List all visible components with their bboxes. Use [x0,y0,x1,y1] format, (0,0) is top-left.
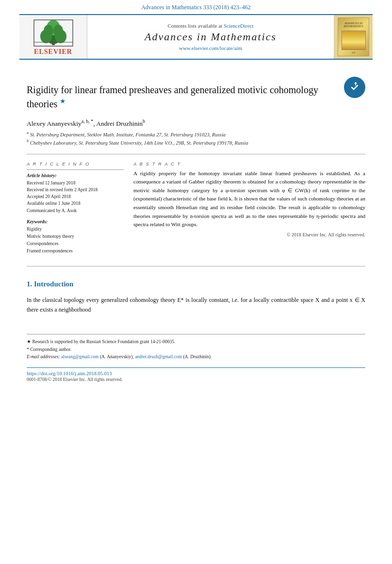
elsevier-tree-icon [32,19,75,47]
email-2[interactable]: andrei.druzh@gmail.com [135,354,182,359]
keyword-4: Framed correspondences [27,248,124,255]
authors-line: Alexey Ananyevskiya, b, *, Andrei Druzhi… [27,118,365,128]
keywords-label: Keywords: [27,219,124,224]
abstract-heading: A B S T R A C T [133,161,365,166]
footnote-1: ★ Research is supported by the Russian S… [27,338,365,346]
footnote-2: * Corresponding author. [27,346,365,353]
check-updates-icon [348,81,361,94]
abstract-text: A rigidity property for the homotopy inv… [133,169,365,229]
footnote2-text: Corresponding author. [30,347,71,352]
affil2-text: Chebyshev Laboratory, St. Petersburg Sta… [30,140,248,146]
keyword-3: Correspondences [27,240,124,248]
received-revised-date: Received in revised form 2 April 2018 [27,186,124,193]
intro-text: In the classical topology every generali… [27,295,365,315]
check-updates-badge[interactable] [344,77,365,98]
copyright-line: © 2018 Elsevier Inc. All rights reserved… [133,232,365,237]
star-marker: ★ [60,98,66,105]
journal-link-bar[interactable]: Advances in Mathematics 333 (2018) 423–4… [0,0,392,14]
email-label: E-mail addresses: [27,354,61,359]
communicated-by: Communicated by A. Asok [27,207,124,214]
check-updates-circle [344,77,365,98]
doi-bar: https://doi.org/10.1016/j.aim.2018.05.01… [27,367,365,382]
content-area: Rigidity for linear framed presheaves an… [0,60,392,324]
author2-name: , Andrei Druzhinin [93,119,143,127]
footnote1-marker: ★ [27,339,32,344]
cover-image: ADVANCES INMATHEMATICS 333 [338,17,369,56]
journal-link-text: Advances in Mathematics 333 (2018) 423–4… [141,4,251,11]
affil1-text: St. Petersburg Department, Steklov Math.… [30,132,226,137]
keyword-2: Motivic homotopy theory [27,233,124,240]
footnote-area: ★ Research is supported by the Russian S… [27,334,365,361]
rights-line: 0001-8708/© 2018 Elsevier Inc. All right… [27,377,365,382]
abstract-col: A B S T R A C T A rigidity property for … [133,161,365,255]
journal-title-header: Advances in Mathematics [145,31,277,43]
affil-1: a St. Petersburg Department, Steklov Mat… [27,130,365,138]
intro-heading: 1. Introduction [27,280,365,288]
keyword-1: Rigidity [27,226,124,233]
journal-header-center: Contents lists available at ScienceDirec… [87,15,334,59]
affil-2: b Chebyshev Laboratory, St. Petersburg S… [27,138,365,147]
introduction-section: 1. Introduction In the classical topolog… [27,280,365,315]
footnote1-text: Research is supported by the Russian Sci… [32,339,175,344]
journal-header: ELSEVIER Contents lists available at Sci… [19,14,373,60]
contents-available-text: Contents lists available at ScienceDirec… [167,23,253,29]
journal-cover: ADVANCES INMATHEMATICS 333 [334,15,373,59]
accepted-date: Accepted 20 April 2018 [27,193,124,200]
affil1-super: a [27,131,29,135]
two-col-section: A R T I C L E I N F O Article history: R… [27,161,365,255]
elsevier-label: ELSEVIER [34,48,72,56]
svg-point-6 [53,25,63,36]
history-label: Article history: [27,173,124,178]
affiliations: a St. Petersburg Department, Steklov Mat… [27,130,365,147]
section-divider [27,154,365,154]
footnote-emails: E-mail addresses: alseang@gmail.com (A. … [27,353,365,361]
email-1[interactable]: alseang@gmail.com [61,354,99,359]
svg-point-5 [44,25,53,36]
journal-url[interactable]: www.elsevier.com/locate/aim [179,45,242,51]
sciencedirect-link[interactable]: ScienceDirect [224,23,254,29]
elsevier-logo-section: ELSEVIER [19,15,87,59]
page: Advances in Mathematics 333 (2018) 423–4… [0,0,392,564]
available-date: Available online 1 June 2018 [27,200,124,207]
paper-title: Rigidity for linear framed presheaves an… [27,83,344,111]
author2-super: b [143,118,145,124]
author1-name: Alexey Ananyevskiy [27,119,82,127]
email-1-name: (A. Ananyevskiy), [100,354,135,359]
affil2-super: b [27,139,29,143]
intro-divider [27,266,365,266]
article-info-divider [27,169,124,170]
doi-link[interactable]: https://doi.org/10.1016/j.aim.2018.05.01… [27,371,365,376]
article-info-col: A R T I C L E I N F O Article history: R… [27,161,124,255]
author1-super: a, b, * [82,118,93,124]
email-2-name: (A. Druzhinin). [183,354,212,359]
title-area: Rigidity for linear framed presheaves an… [27,74,344,114]
received-date: Received 12 January 2018 [27,180,124,186]
article-info-heading: A R T I C L E I N F O [27,161,124,166]
